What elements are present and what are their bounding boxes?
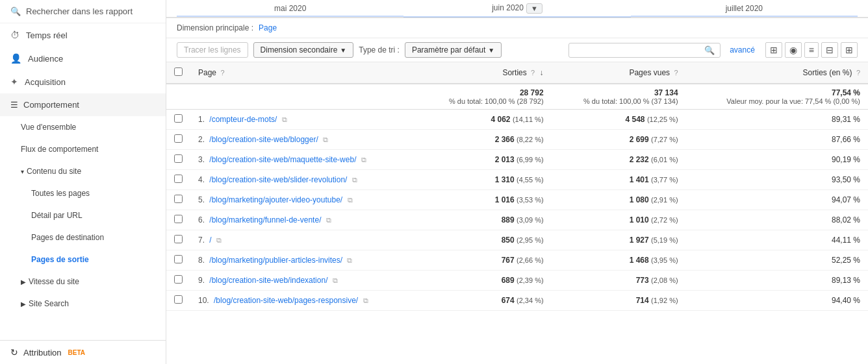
row-checkbox[interactable] xyxy=(174,114,183,123)
row-checkbox[interactable] xyxy=(174,134,183,143)
exit-pct-value: 89,13 % xyxy=(832,276,860,285)
pv-pct: (2,91 %) xyxy=(651,196,678,204)
col-pages-vues-header: Pages vues ? xyxy=(552,62,686,84)
row-number: 2. xyxy=(198,135,205,144)
row-checkbox[interactable] xyxy=(174,215,183,223)
sidebar-item-comportement[interactable]: ☰ Comportement xyxy=(0,93,166,116)
sidebar-item-attribution[interactable]: ↻ Attribution BETA xyxy=(0,340,166,364)
view-pivot-icon[interactable]: ⊟ xyxy=(821,42,838,58)
sorties-pct: (2,66 %) xyxy=(517,256,544,264)
dropdown-arrow2-icon: ▼ xyxy=(488,47,494,54)
row-checkbox[interactable] xyxy=(174,275,183,284)
sorties-value: 689 xyxy=(502,276,515,285)
page-link[interactable]: /blog/marketing/funnel-de-vente/ xyxy=(209,215,321,224)
row-checkbox-cell[interactable] xyxy=(166,291,190,311)
sorties-pct: (6,99 %) xyxy=(517,156,544,164)
page-link[interactable]: /compteur-de-mots/ xyxy=(209,115,277,124)
row-checkbox-cell[interactable] xyxy=(166,190,190,210)
sidebar-item-label: Comportement xyxy=(23,100,79,110)
sort-arrow-icon[interactable]: ↓ xyxy=(540,68,544,77)
external-link-icon[interactable]: ⧉ xyxy=(363,297,368,304)
sidebar-item-vue-ensemble[interactable]: Vue d'ensemble xyxy=(0,116,166,138)
row-sorties-cell: 2 366 (8,22 %) xyxy=(417,130,552,150)
sorties-value: 767 xyxy=(502,256,515,265)
attribution-icon: ↻ xyxy=(10,347,18,358)
row-checkbox[interactable] xyxy=(174,235,183,243)
row-checkbox[interactable] xyxy=(174,195,183,203)
pv-value: 1 927 xyxy=(630,236,649,245)
page-link[interactable]: / xyxy=(209,236,211,245)
arrow-right-icon2: ▶ xyxy=(21,300,26,308)
row-checkbox-cell[interactable] xyxy=(166,210,190,230)
row-exit-pct-cell: 88,02 % xyxy=(686,210,868,230)
row-checkbox[interactable] xyxy=(174,154,183,163)
sidebar-search-bar[interactable]: 🔍 Rechercher dans les rapport xyxy=(0,0,166,23)
row-checkbox[interactable] xyxy=(174,255,183,263)
sidebar-item-toutes-pages[interactable]: Toutes les pages xyxy=(0,182,166,204)
row-page-cell: 7. / ⧉ xyxy=(190,230,417,250)
sidebar-item-contenu-site[interactable]: ▾ Contenu du site xyxy=(0,160,166,182)
dimension-secondaire-select[interactable]: Dimension secondaire ▼ xyxy=(253,42,354,58)
exit-pct-value: 90,19 % xyxy=(832,155,860,164)
sidebar-item-site-search[interactable]: ▶ Site Search xyxy=(0,293,166,315)
row-checkbox[interactable] xyxy=(174,175,183,183)
external-link-icon[interactable]: ⧉ xyxy=(347,256,352,264)
view-custom-icon[interactable]: ⊞ xyxy=(841,42,858,58)
external-link-icon[interactable]: ⧉ xyxy=(282,115,287,123)
external-link-icon[interactable]: ⧉ xyxy=(323,136,328,143)
external-link-icon[interactable]: ⧉ xyxy=(216,236,222,244)
row-checkbox-cell[interactable] xyxy=(166,250,190,271)
page-link[interactable]: /blog/creation-site-web/blogger/ xyxy=(209,135,318,144)
sidebar-item-audience[interactable]: 👤 Audience xyxy=(0,47,166,70)
row-checkbox-cell[interactable] xyxy=(166,130,190,150)
search-input[interactable] xyxy=(574,45,704,55)
sidebar-item-acquisition[interactable]: ✦ Acquisition xyxy=(0,70,166,93)
row-pv-cell: 4 548 (12,25 %) xyxy=(552,110,686,130)
sidebar-item-temps-reel[interactable]: ⏱ Temps réel xyxy=(0,23,166,47)
view-compare-icon[interactable]: ≡ xyxy=(804,42,819,58)
page-link[interactable]: /blog/creation-site-web/maquette-site-we… xyxy=(209,155,356,164)
external-link-icon[interactable]: ⧉ xyxy=(348,196,353,204)
sidebar-item-label: Temps réel xyxy=(26,30,68,40)
search-filter-box[interactable]: 🔍 xyxy=(568,43,721,58)
external-link-icon[interactable]: ⧉ xyxy=(352,176,357,184)
row-checkbox-cell[interactable] xyxy=(166,150,190,170)
avance-link[interactable]: avancé xyxy=(730,45,755,55)
view-grid-icon[interactable]: ⊞ xyxy=(765,42,782,58)
row-checkbox[interactable] xyxy=(174,295,183,304)
sidebar-item-pages-destination[interactable]: Pages de destination xyxy=(0,226,166,249)
view-pie-icon[interactable]: ◉ xyxy=(785,42,802,58)
pages-sortie-label: Pages de sortie xyxy=(31,255,89,264)
row-checkbox-cell[interactable] xyxy=(166,170,190,190)
row-checkbox-cell[interactable] xyxy=(166,271,190,291)
timeline-header: mai 2020 juin 2020 ▼ juillet 2020 xyxy=(166,0,868,18)
external-link-icon[interactable]: ⧉ xyxy=(326,216,331,224)
detail-url-label: Détail par URL xyxy=(31,211,83,220)
sidebar-item-detail-url[interactable]: Détail par URL xyxy=(0,204,166,226)
select-all-checkbox[interactable] xyxy=(174,67,183,76)
page-link[interactable]: /blog/creation-site-web/slider-revolutio… xyxy=(209,175,347,184)
row-exit-pct-cell: 90,19 % xyxy=(686,150,868,170)
row-checkbox-cell[interactable] xyxy=(166,110,190,130)
table-row: 7. / ⧉ 850 (2,95 %) 1 927 (5,19 %) 44,11… xyxy=(166,230,868,250)
tracer-lignes-button[interactable]: Tracer les lignes xyxy=(177,42,248,58)
sidebar-item-pages-sortie[interactable]: Pages de sortie xyxy=(0,249,166,271)
external-link-icon[interactable]: ⧉ xyxy=(361,156,366,164)
parametre-select[interactable]: Paramètre par défaut ▼ xyxy=(405,42,502,58)
row-pv-cell: 1 401 (3,77 %) xyxy=(552,170,686,190)
page-link[interactable]: /blog/marketing/ajouter-video-youtube/ xyxy=(209,195,342,204)
sidebar-item-flux-comportement[interactable]: Flux de comportement xyxy=(0,138,166,160)
sidebar-item-vitesse-site[interactable]: ▶ Vitesse du site xyxy=(0,271,166,293)
clock-icon: ⏱ xyxy=(10,30,19,40)
timeline-dropdown[interactable]: ▼ xyxy=(526,3,542,14)
page-link[interactable]: /blog/creation-site-web/pages-responsive… xyxy=(214,296,358,305)
select-all-header[interactable] xyxy=(166,62,190,84)
search-submit-icon[interactable]: 🔍 xyxy=(704,45,715,55)
sorties-value: 1 016 xyxy=(495,195,515,204)
sorties-value: 889 xyxy=(502,215,515,224)
sidebar-item-label: Acquisition xyxy=(25,77,66,87)
row-checkbox-cell[interactable] xyxy=(166,230,190,250)
external-link-icon[interactable]: ⧉ xyxy=(333,276,338,284)
page-link[interactable]: /blog/creation-site-web/indexation/ xyxy=(209,276,327,285)
page-link[interactable]: /blog/marketing/publier-articles-invites… xyxy=(209,256,342,265)
